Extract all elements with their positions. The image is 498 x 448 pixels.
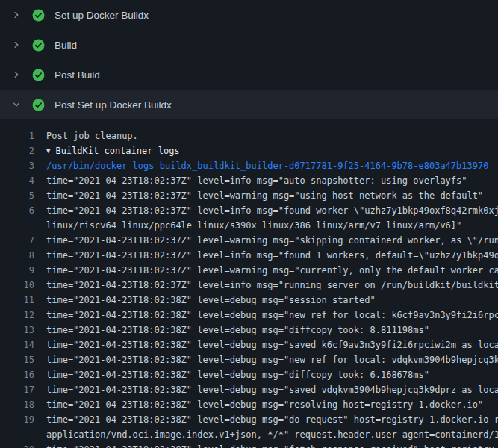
log-line: 19 time="2021-04-23T18:02:38Z" level=deb… <box>0 412 498 427</box>
sections-list: Set up Docker Buildx Build Post Buil <box>0 0 498 119</box>
chevron-icon <box>10 69 22 81</box>
log-line: 6 time="2021-04-23T18:02:37Z" level=info… <box>0 203 498 218</box>
log-line-text: time="2021-04-23T18:02:37Z" level=warnin… <box>34 265 498 276</box>
log-line-number[interactable]: 5 <box>0 190 34 201</box>
log-line-number[interactable]: 16 <box>0 370 34 380</box>
log-line: 8 time="2021-04-23T18:02:37Z" level=info… <box>0 248 498 263</box>
log-line-text: time="2021-04-23T18:02:38Z" level=debug … <box>34 325 429 335</box>
log-line-number[interactable]: 18 <box>0 399 34 410</box>
log-line-number[interactable]: 13 <box>0 325 34 335</box>
log-line: 2 ▼ BuildKit container logs <box>0 143 498 158</box>
section-title: Build <box>55 40 77 51</box>
log-line-text: time="2021-04-23T18:02:38Z" level=debug … <box>34 340 498 350</box>
log-line: application/vnd.oci.image.index.v1+json,… <box>0 427 498 442</box>
workflow-log-viewer: Set up Docker Buildx Build Post Buil <box>0 0 498 448</box>
log-line-number[interactable]: 14 <box>0 340 34 350</box>
log-line-text: time="2021-04-23T18:02:38Z" level=debug … <box>34 295 376 305</box>
step-section-header-build[interactable]: Build <box>0 30 498 60</box>
log-line-text: time="2021-04-23T18:02:37Z" level=info m… <box>34 175 467 186</box>
log-line-number[interactable]: 3 <box>0 161 34 171</box>
log-line-text: time="2021-04-23T18:02:38Z" level=debug … <box>34 310 498 320</box>
log-line: 10 time="2021-04-23T18:02:37Z" level=inf… <box>0 278 498 293</box>
log-line-text: time="2021-04-23T18:02:37Z" level=warnin… <box>34 235 498 246</box>
log-line: 7 time="2021-04-23T18:02:37Z" level=warn… <box>0 233 498 248</box>
log-line-text: application/vnd.oci.image.index.v1+json,… <box>34 429 498 440</box>
log-line-number[interactable]: 12 <box>0 310 34 320</box>
log-line-text: time="2021-04-23T18:02:37Z" level=info m… <box>34 205 498 216</box>
group-toggle-icon[interactable]: ▼ <box>34 147 50 155</box>
log-line-number[interactable]: 9 <box>0 265 34 276</box>
log-line-number[interactable]: 10 <box>0 280 34 290</box>
log-line: 3 /usr/bin/docker logs buildx_buildkit_b… <box>0 158 498 173</box>
section-title: Post Build <box>55 69 100 81</box>
chevron-icon <box>10 39 22 51</box>
log-line: 11 time="2021-04-23T18:02:38Z" level=deb… <box>0 293 498 308</box>
log-line-text: time="2021-04-23T18:02:38Z" level=debug … <box>34 355 498 365</box>
log-line-number[interactable]: 19 <box>0 414 34 425</box>
log-line-number[interactable]: 20 <box>0 444 34 448</box>
log-line: 15 time="2021-04-23T18:02:38Z" level=deb… <box>0 352 498 367</box>
log-line-text: /usr/bin/docker logs buildx_buildkit_bui… <box>34 161 488 171</box>
log-line: 16 time="2021-04-23T18:02:38Z" level=deb… <box>0 367 498 382</box>
step-section-header-post-build[interactable]: Post Build <box>0 60 498 90</box>
log-line-number[interactable]: 8 <box>0 250 34 261</box>
log-line-text: time="2021-04-23T18:02:38Z" level=debug … <box>34 385 498 395</box>
log-line-number[interactable]: 1 <box>0 131 34 141</box>
log-line-text: time="2021-04-23T18:02:38Z" level=debug … <box>34 414 498 425</box>
step-section-header-post-set-up-docker-buildx[interactable]: Post Set up Docker Buildx <box>0 90 498 119</box>
log-line-number[interactable]: 11 <box>0 295 34 305</box>
section-title: Post Set up Docker Buildx <box>55 99 172 111</box>
log-line-text: time="2021-04-23T18:02:37Z" level=info m… <box>34 280 498 290</box>
log-line-number[interactable]: 4 <box>0 175 34 186</box>
chevron-icon <box>10 9 22 21</box>
log-line: linux/riscv64 linux/ppc64le linux/s390x … <box>0 218 498 233</box>
log-line-number[interactable]: 6 <box>0 205 34 216</box>
log-lines: 1 Post job cleanup. 2 ▼ BuildKit contain… <box>0 119 498 448</box>
section-title: Set up Docker Buildx <box>55 10 149 21</box>
chevron-icon <box>10 99 22 111</box>
log-line: 20 time="2021-04-23T18:02:38Z" level=deb… <box>0 442 498 448</box>
step-section-header-set-up-docker-buildx[interactable]: Set up Docker Buildx <box>0 0 498 30</box>
log-line-text: time="2021-04-23T18:02:37Z" level=warnin… <box>34 190 483 201</box>
log-line-text: BuildKit container logs <box>50 146 179 156</box>
log-line: 4 time="2021-04-23T18:02:37Z" level=info… <box>0 173 498 188</box>
success-check-icon <box>32 39 45 52</box>
log-line-text: time="2021-04-23T18:02:38Z" level=debug … <box>34 399 483 410</box>
log-line-number[interactable]: 7 <box>0 235 34 246</box>
success-check-icon <box>32 99 45 111</box>
log-line-number[interactable]: 17 <box>0 385 34 395</box>
log-line: 13 time="2021-04-23T18:02:38Z" level=deb… <box>0 323 498 337</box>
log-line-text: time="2021-04-23T18:02:38Z" level=debug … <box>34 370 429 380</box>
log-line-number[interactable]: 15 <box>0 355 34 365</box>
log-line-text: linux/riscv64 linux/ppc64le linux/s390x … <box>34 220 461 231</box>
log-line-text: time="2021-04-23T18:02:37Z" level=info m… <box>34 250 498 261</box>
log-line: 14 time="2021-04-23T18:02:38Z" level=deb… <box>0 337 498 352</box>
log-line: 1 Post job cleanup. <box>0 128 498 143</box>
log-line-text: time="2021-04-23T18:02:38Z" level=debug … <box>34 444 494 448</box>
log-line-number[interactable]: 2 <box>0 146 34 156</box>
success-check-icon <box>32 69 45 81</box>
log-line: 9 time="2021-04-23T18:02:37Z" level=warn… <box>0 263 498 278</box>
log-line: 5 time="2021-04-23T18:02:37Z" level=warn… <box>0 188 498 203</box>
log-line-text: Post job cleanup. <box>34 131 138 141</box>
log-line: 17 time="2021-04-23T18:02:38Z" level=deb… <box>0 382 498 397</box>
log-line: 18 time="2021-04-23T18:02:38Z" level=deb… <box>0 397 498 412</box>
success-check-icon <box>32 9 45 22</box>
log-line: 12 time="2021-04-23T18:02:38Z" level=deb… <box>0 308 498 323</box>
